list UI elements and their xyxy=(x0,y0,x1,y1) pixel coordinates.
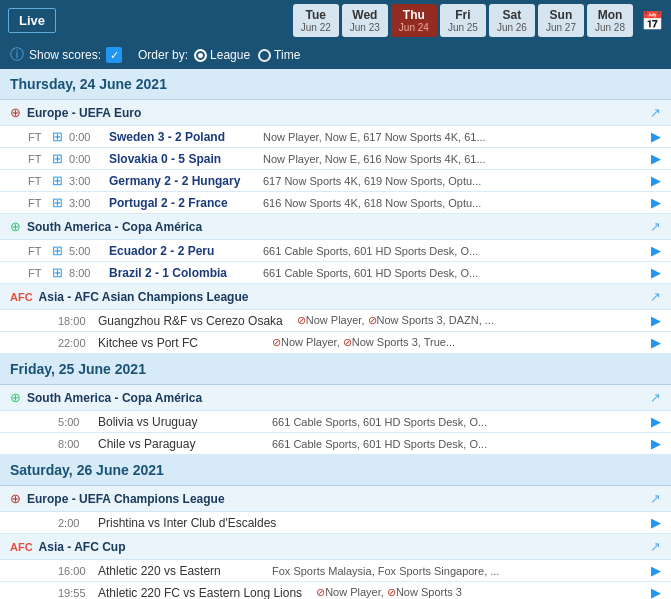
channel-name: Fox Sports Malaysia, Fox Sports Singapor… xyxy=(272,565,499,577)
match-time: 18:00 xyxy=(58,315,94,327)
play-button[interactable]: ▶ xyxy=(651,585,661,599)
play-button[interactable]: ▶ xyxy=(651,129,661,144)
competition-header: ⊕ South America - Copa América ↗ xyxy=(0,385,671,411)
match-channels: ⊘Now Player, ⊘Now Sports 3, True... xyxy=(262,336,645,349)
no-signal-icon: ⊘ xyxy=(343,336,352,348)
competition-header: ⊕ South America - Copa América ↗ xyxy=(0,214,671,240)
channel-name: Now Sports 3 xyxy=(396,586,462,598)
radio-time-circle xyxy=(258,49,271,62)
match-teams: Brazil 2 - 1 Colombia xyxy=(109,266,249,280)
app-container: Live TueJun 22WedJun 23ThuJun 24FriJun 2… xyxy=(0,0,671,599)
competition-name: Asia - AFC Asian Champions League xyxy=(39,290,644,304)
day-tab-fri[interactable]: FriJun 25 xyxy=(440,4,486,37)
match-time: 8:00 xyxy=(58,438,94,450)
filter-bar: ⓘ Show scores: ✓ Order by: League Time xyxy=(0,41,671,69)
match-teams: Slovakia 0 - 5 Spain xyxy=(109,152,249,166)
order-by-label: Order by: xyxy=(138,48,188,62)
channel-name: DAZN xyxy=(449,314,479,326)
play-button[interactable]: ▶ xyxy=(651,563,661,578)
radio-league-circle xyxy=(194,49,207,62)
competition-group-euro: ⊕ Europe - UEFA Euro ↗ FT ⊞ 0:00 Sweden … xyxy=(0,100,671,214)
match-status: FT xyxy=(28,197,48,209)
day-tab-sat[interactable]: SatJun 26 xyxy=(489,4,535,37)
match-status: FT xyxy=(28,267,48,279)
radio-time[interactable]: Time xyxy=(258,48,300,62)
play-button[interactable]: ▶ xyxy=(651,414,661,429)
match-time: 0:00 xyxy=(69,153,105,165)
match-status: FT xyxy=(28,131,48,143)
match-row: 5:00 Bolivia vs Uruguay 661 Cable Sports… xyxy=(0,411,671,433)
date-heading: Saturday, 26 June 2021 xyxy=(0,455,671,486)
channel-name: Now Player xyxy=(325,586,381,598)
play-button[interactable]: ▶ xyxy=(651,335,661,350)
match-channels: 661 Cable Sports, 601 HD Sports Desk, O.… xyxy=(262,416,645,428)
order-by: Order by: League Time xyxy=(138,48,300,62)
match-time: 0:00 xyxy=(69,131,105,143)
radio-time-label: Time xyxy=(274,48,300,62)
info-icon: ⓘ xyxy=(10,46,24,64)
calendar-icon[interactable]: 📅 xyxy=(641,10,663,32)
match-time: 8:00 xyxy=(69,267,105,279)
match-channels: Now Player, Now E, 617 Now Sports 4K, 61… xyxy=(253,131,645,143)
time-icon: ⊞ xyxy=(52,173,63,188)
day-tab-thu[interactable]: ThuJun 24 xyxy=(391,4,437,37)
play-button[interactable]: ▶ xyxy=(651,151,661,166)
competition-header: AFC Asia - AFC Cup ↗ xyxy=(0,534,671,560)
external-link-icon[interactable]: ↗ xyxy=(650,491,661,506)
competition-header: ⊕ Europe - UEFA Euro ↗ xyxy=(0,100,671,126)
external-link-icon[interactable]: ↗ xyxy=(650,219,661,234)
schedule-content: Thursday, 24 June 2021 ⊕ Europe - UEFA E… xyxy=(0,69,671,599)
date-heading: Friday, 25 June 2021 xyxy=(0,354,671,385)
show-scores-label: Show scores: xyxy=(29,48,101,62)
play-button[interactable]: ▶ xyxy=(651,173,661,188)
match-teams: Ecuador 2 - 2 Peru xyxy=(109,244,249,258)
play-button[interactable]: ▶ xyxy=(651,436,661,451)
competition-group-afc-cl: AFC Asia - AFC Asian Champions League ↗ … xyxy=(0,284,671,354)
match-channels: 616 Now Sports 4K, 618 Now Sports, Optu.… xyxy=(253,197,645,209)
match-teams: Kitchee vs Port FC xyxy=(98,336,258,350)
channel-name: Now Sports 3 xyxy=(377,314,443,326)
match-time: 2:00 xyxy=(58,517,94,529)
flag-icon: ⊕ xyxy=(10,390,21,405)
match-row: FT ⊞ 0:00 Sweden 3 - 2 Poland Now Player… xyxy=(0,126,671,148)
channel-name: Now Player xyxy=(281,336,337,348)
competition-group-ucl: ⊕ Europe - UEFA Champions League ↗ 2:00 … xyxy=(0,486,671,534)
channel-name: Now Player, Now E, 617 Now Sports 4K, 61… xyxy=(263,131,486,143)
play-button[interactable]: ▶ xyxy=(651,195,661,210)
flag-icon: ⊕ xyxy=(10,491,21,506)
time-icon: ⊞ xyxy=(52,129,63,144)
match-teams: Portugal 2 - 2 France xyxy=(109,196,249,210)
channel-name: True... xyxy=(424,336,455,348)
play-button[interactable]: ▶ xyxy=(651,243,661,258)
day-tab-sun[interactable]: SunJun 27 xyxy=(538,4,584,37)
match-row: 18:00 Guangzhou R&F vs Cerezo Osaka ⊘Now… xyxy=(0,310,671,332)
match-channels: ⊘Now Player, ⊘Now Sports 3 xyxy=(306,586,645,599)
external-link-icon[interactable]: ↗ xyxy=(650,390,661,405)
day-tab-tue[interactable]: TueJun 22 xyxy=(293,4,339,37)
match-time: 5:00 xyxy=(69,245,105,257)
day-tab-wed[interactable]: WedJun 23 xyxy=(342,4,388,37)
match-teams: Prishtina vs Inter Club d'Escaldes xyxy=(98,516,276,530)
radio-league[interactable]: League xyxy=(194,48,250,62)
play-button[interactable]: ▶ xyxy=(651,313,661,328)
external-link-icon[interactable]: ↗ xyxy=(650,539,661,554)
external-link-icon[interactable]: ↗ xyxy=(650,105,661,120)
competition-name: Asia - AFC Cup xyxy=(39,540,644,554)
play-button[interactable]: ▶ xyxy=(651,515,661,530)
show-scores-checkbox[interactable]: ✓ xyxy=(106,47,122,63)
match-teams: Germany 2 - 2 Hungary xyxy=(109,174,249,188)
match-row: FT ⊞ 5:00 Ecuador 2 - 2 Peru 661 Cable S… xyxy=(0,240,671,262)
match-teams: Athletic 220 FC vs Eastern Long Lions xyxy=(98,586,302,600)
match-row: FT ⊞ 8:00 Brazil 2 - 1 Colombia 661 Cabl… xyxy=(0,262,671,284)
match-channels: Now Player, Now E, 616 Now Sports 4K, 61… xyxy=(253,153,645,165)
match-row: 2:00 Prishtina vs Inter Club d'Escaldes … xyxy=(0,512,671,534)
live-badge[interactable]: Live xyxy=(8,8,56,33)
match-teams: Chile vs Paraguay xyxy=(98,437,258,451)
play-button[interactable]: ▶ xyxy=(651,265,661,280)
match-teams: Guangzhou R&F vs Cerezo Osaka xyxy=(98,314,283,328)
match-channels: 661 Cable Sports, 601 HD Sports Desk, O.… xyxy=(253,267,645,279)
competition-name: Europe - UEFA Champions League xyxy=(27,492,644,506)
external-link-icon[interactable]: ↗ xyxy=(650,289,661,304)
no-signal-icon: ⊘ xyxy=(387,586,396,598)
day-tab-mon[interactable]: MonJun 28 xyxy=(587,4,633,37)
